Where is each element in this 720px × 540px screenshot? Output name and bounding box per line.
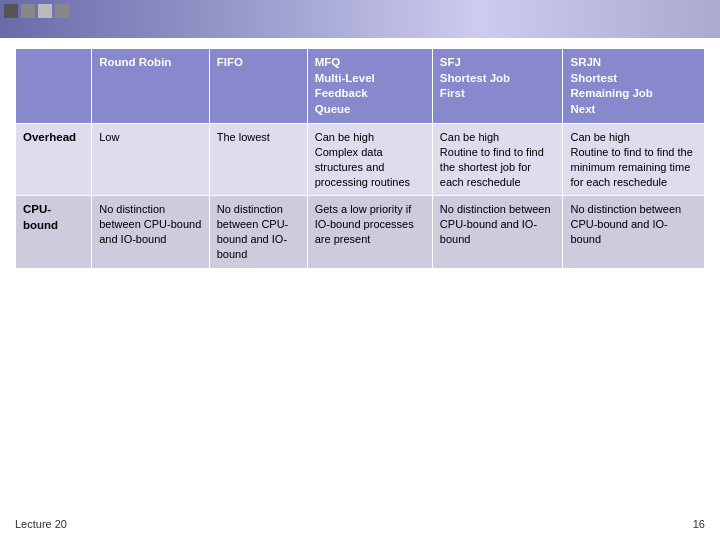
table-header-row: Round Robin FIFO MFQMulti-LevelFeedbackQ… [16,49,705,124]
header-mfq-cell: MFQMulti-LevelFeedbackQueue [307,49,432,124]
header-sfj-cell: SFJShortest JobFirst [432,49,563,124]
header-srjn-cell: SRJNShortestRemaining JobNext [563,49,705,124]
cpubound-rr: No distinction between CPU-bound and IO-… [92,196,210,268]
logo-block-3 [38,4,52,18]
header-bar [0,0,720,38]
header-fifo-cell: FIFO [209,49,307,124]
page-number: 16 [693,518,705,530]
header-label-cell [16,49,92,124]
header-rr-cell: Round Robin [92,49,210,124]
overhead-mfq: Can be highComplex data structures and p… [307,124,432,196]
cpubound-fifo: No distinction between CPU-bound and IO-… [209,196,307,268]
footer: Lecture 20 16 [0,518,720,530]
logo-block-2 [21,4,35,18]
table-row: Overhead Low The lowest Can be highCompl… [16,124,705,196]
overhead-srjn: Can be highRoutine to find to find the m… [563,124,705,196]
comparison-table: Round Robin FIFO MFQMulti-LevelFeedbackQ… [15,48,705,269]
table-row: CPU-bound No distinction between CPU-bou… [16,196,705,268]
logo-block-1 [4,4,18,18]
main-content: Round Robin FIFO MFQMulti-LevelFeedbackQ… [0,38,720,279]
overhead-sfj: Can be highRoutine to find to find the s… [432,124,563,196]
logo-block-4 [55,4,69,18]
cpubound-mfq: Gets a low priority if IO-bound processe… [307,196,432,268]
overhead-label: Overhead [16,124,92,196]
cpubound-srjn: No distinction between CPU-bound and IO-… [563,196,705,268]
logo-blocks [4,4,69,18]
cpubound-sfj: No distinction between CPU-bound and IO-… [432,196,563,268]
overhead-rr: Low [92,124,210,196]
lecture-label: Lecture 20 [15,518,67,530]
overhead-fifo: The lowest [209,124,307,196]
cpubound-label: CPU-bound [16,196,92,268]
